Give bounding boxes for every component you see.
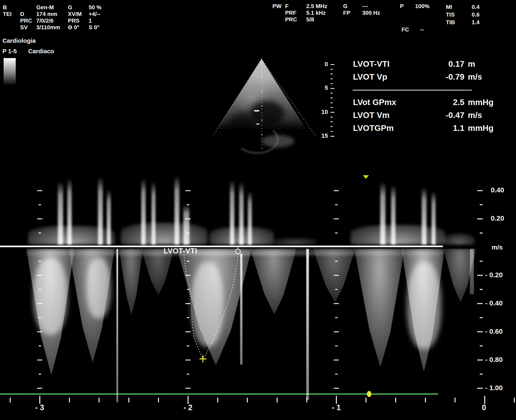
pw-f-label: F [285, 3, 288, 9]
depth-label-5: 5 [308, 84, 328, 91]
meas-unit-2: m/s [468, 73, 482, 81]
meas-unit-3: mmHg [468, 98, 494, 107]
power-value: 100% [415, 3, 430, 9]
tei-label: TEI [3, 11, 12, 17]
tis-label: TIS [446, 12, 455, 18]
grayscale-bar [4, 58, 16, 84]
mode-b-label: B [3, 4, 7, 10]
gate-marker [256, 123, 259, 125]
meas-label-1: LVOT-VTI [353, 60, 390, 68]
depth-value: 174 mm [36, 11, 57, 17]
meas-label-4: LVOT Vm [353, 111, 390, 120]
vel-label-neg-020: - 0.20 [485, 271, 503, 279]
meas-value-2: -0.79 [403, 73, 464, 81]
gain-label: G [68, 4, 72, 10]
depth-label-15: 15 [308, 133, 328, 139]
vel-label-pos-020: 0.20 [491, 215, 504, 222]
xvm-value: +4/-- [89, 11, 100, 17]
ecg-trace [0, 393, 438, 395]
meas-value-1: 0.17 [403, 60, 464, 68]
meas-label-5: LVOTGPm [353, 124, 394, 133]
ecg-sweep-dot [367, 391, 371, 397]
xvm-label: XV/M [68, 11, 81, 17]
vel-label-neg-040: - 0.40 [485, 300, 503, 307]
vel-label-neg-080: - 0.80 [485, 356, 503, 363]
doppler-baseline [0, 246, 443, 247]
meas-label-3: LVot GPmx [353, 98, 396, 107]
tib-value: 1.4 [459, 19, 479, 25]
ultrasound-screen: B TEI Gen-M D 174 mm PRC 7/0/2/6 SV 3/11… [0, 0, 516, 420]
depth-label-0: 0 [308, 61, 328, 67]
theta-value: Θ 0° [68, 24, 79, 30]
meas-value-4: -0.47 [403, 111, 464, 120]
pw-prf-value: 5.1 kHz [306, 10, 326, 16]
depth-label: D [20, 11, 24, 17]
sv-label: SV [20, 24, 28, 30]
tis-value: 0.6 [459, 12, 479, 18]
meas-value-5: 1.1 [403, 124, 464, 133]
pw-f-value: 2.5 MHz [306, 3, 327, 9]
meas-value-3: 2.5 [403, 98, 464, 107]
vel-unit-label: m/s [492, 244, 503, 251]
pw-gain-label: G [343, 3, 347, 9]
prc-value: 7/0/2/6 [36, 18, 54, 24]
meas-unit-4: m/s [468, 111, 482, 120]
power-label: P [400, 3, 404, 9]
prs-value: 1 [89, 18, 92, 24]
time-label-m2: - 2 [172, 404, 204, 412]
pw-prc-value: 5/8 [306, 16, 314, 22]
vel-label-neg-100: - 1.00 [485, 384, 503, 391]
steer-value: S 0° [89, 24, 99, 30]
pw-prc-label: PRC [285, 16, 297, 22]
meas-unit-5: mmHg [468, 124, 494, 133]
vel-label-neg-060: - 0.60 [485, 328, 503, 335]
focus-marker [254, 110, 259, 112]
tib-label: TIB [446, 19, 455, 25]
pw-fp-label: FP [343, 10, 350, 16]
map-value: Gen-M [36, 4, 54, 10]
baseline-marker-triangle[interactable] [363, 175, 369, 179]
gain-value: 50 % [89, 4, 102, 10]
pw-gain-value: --- [362, 3, 368, 9]
time-label-m3: - 3 [23, 404, 56, 412]
pw-fp-value: 300 Hz [362, 10, 380, 16]
prs-label: PRS [68, 18, 80, 24]
sv-value: 3/110mm [36, 24, 60, 30]
time-label-m1: - 1 [320, 404, 352, 412]
meas-label-2: LVOT Vp [353, 73, 387, 81]
prc-label: PRC [20, 18, 32, 24]
mi-value: 0.4 [459, 4, 479, 10]
measurement-divider [353, 90, 472, 90]
department-label: Cardiologia [2, 38, 36, 44]
fc-label: FC [402, 27, 409, 32]
wall-echo [262, 135, 294, 147]
lv-cavity-shadow [250, 101, 284, 126]
time-label-0: 0 [468, 404, 500, 412]
application-label: Cardiaco [28, 48, 54, 54]
meas-unit-1: m [468, 60, 475, 68]
mode-pw-label: PW [273, 3, 281, 9]
probe-label: P 1-5 [2, 48, 17, 54]
vel-label-pos-040: 0.40 [491, 187, 504, 194]
fc-value: -- [420, 27, 424, 32]
pw-prf-label: PRF [285, 10, 296, 16]
depth-label-10: 10 [308, 109, 328, 115]
mi-label: MI [446, 4, 452, 10]
